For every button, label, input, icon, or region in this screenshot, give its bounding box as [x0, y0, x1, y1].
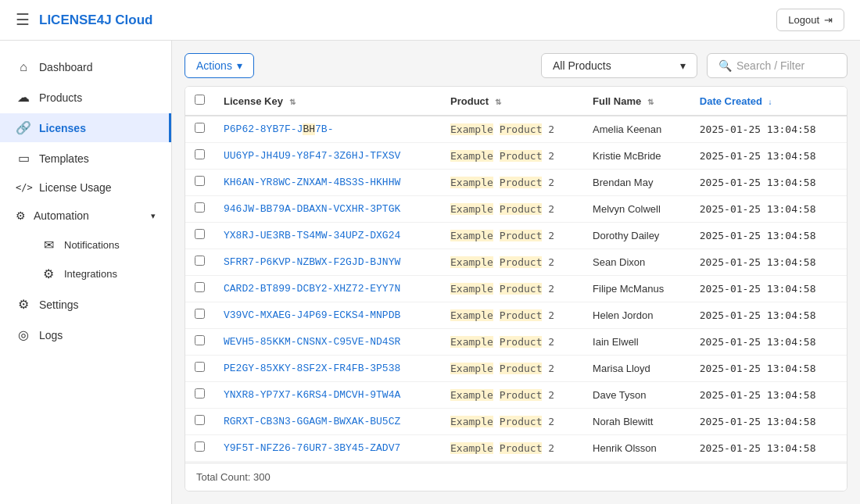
row-checkbox[interactable] — [195, 415, 205, 425]
cell-license-key[interactable]: 946JW-BB79A-DBAXN-VCXHR-3PTGK — [214, 196, 441, 223]
sidebar-item-settings[interactable]: ⚙ Settings — [0, 290, 171, 319]
sidebar-item-notifications[interactable]: ✉ Notifications — [28, 231, 171, 259]
cell-product: Example Product 2 — [441, 249, 583, 276]
cell-full-name: Amelia Keenan — [583, 116, 690, 143]
cell-license-key[interactable]: PE2GY-85XKY-8SF2X-FR4FB-3P538 — [214, 356, 441, 382]
cell-license-key[interactable]: P6P62-8YB7F-JBH7B- — [214, 116, 441, 143]
table-footer: Total Count: 300 — [185, 463, 847, 491]
row-checkbox[interactable] — [195, 441, 205, 452]
cell-license-key[interactable]: Y9F5T-NFZ26-76UR7-3BY45-ZADV7 — [214, 435, 441, 462]
sidebar-item-licenses[interactable]: 🔗 Licenses — [0, 113, 171, 142]
cell-license-key[interactable]: YX8RJ-UE3RB-TS4MW-34UPZ-DXG24 — [214, 223, 441, 249]
cell-full-name: Dorothy Dailey — [583, 223, 690, 249]
date-created-sort-icon: ↓ — [769, 98, 772, 106]
row-checkbox[interactable] — [195, 335, 205, 345]
toolbar: Actions ▾ All Products ▾ 🔍 Search / Filt… — [185, 53, 847, 78]
col-header-license-key[interactable]: License Key ⇅ — [214, 87, 441, 116]
col-header-full-name[interactable]: Full Name ⇅ — [583, 87, 690, 116]
cell-date-created: 2025-01-25 13:04:58 — [690, 409, 847, 435]
sidebar-label-logs: Logs — [39, 329, 63, 341]
cell-date-created: 2025-01-25 13:04:58 — [690, 223, 847, 249]
actions-button[interactable]: Actions ▾ — [185, 53, 254, 78]
cell-product: Example Product 2 — [441, 170, 583, 196]
sidebar-item-dashboard[interactable]: ⌂ Dashboard — [0, 53, 171, 81]
table-row: V39VC-MXAEG-J4P69-ECKS4-MNPDBExample Pro… — [185, 302, 847, 329]
cell-license-key[interactable]: WEVH5-85KKM-CNSNX-C95VE-ND4SR — [214, 329, 441, 356]
table-header-row: License Key ⇅ Product ⇅ Full Name ⇅ Date… — [185, 87, 847, 116]
row-checkbox[interactable] — [195, 149, 205, 159]
sidebar-label-automation: Automation — [34, 209, 89, 222]
cell-license-key[interactable]: UU6YP-JH4U9-Y8F47-3Z6HJ-TFXSV — [214, 143, 441, 170]
table-row: RGRXT-CB3N3-GGAGM-BWXAK-BU5CZExample Pro… — [185, 409, 847, 435]
table-row: CARD2-BT899-DCBY2-XHZ72-EYY7NExample Pro… — [185, 276, 847, 302]
cell-full-name: Filipe McManus — [583, 276, 690, 302]
sidebar-item-automation[interactable]: ⚙ Automation ▾ — [0, 202, 171, 229]
search-box[interactable]: 🔍 Search / Filter — [707, 53, 847, 78]
row-checkbox[interactable] — [195, 282, 205, 292]
row-checkbox[interactable] — [195, 256, 205, 266]
cell-license-key[interactable]: KH6AN-YR8WC-ZNXAM-4BS3S-HKHHW — [214, 170, 441, 196]
cell-full-name: Melvyn Colwell — [583, 196, 690, 223]
col-header-product[interactable]: Product ⇅ — [441, 87, 583, 116]
table-row: Y9F5T-NFZ26-76UR7-3BY45-ZADV7Example Pro… — [185, 435, 847, 462]
product-sort-icon: ⇅ — [495, 98, 501, 106]
products-icon: ☁ — [16, 90, 31, 105]
sidebar-item-integrations[interactable]: ⚙ Integrations — [28, 259, 171, 288]
cell-license-key[interactable]: RGRXT-CB3N3-GGAGM-BWXAK-BU5CZ — [214, 409, 441, 435]
sidebar-label-settings: Settings — [39, 298, 79, 311]
sidebar-item-logs[interactable]: ◎ Logs — [0, 320, 171, 349]
table-row: WEVH5-85KKM-CNSNX-C95VE-ND4SRExample Pro… — [185, 329, 847, 356]
table-row: YX8RJ-UE3RB-TS4MW-34UPZ-DXG24Example Pro… — [185, 223, 847, 249]
cell-date-created: 2025-01-25 13:04:58 — [690, 329, 847, 356]
search-icon: 🔍 — [718, 59, 732, 72]
actions-label: Actions — [196, 59, 232, 72]
cell-product: Example Product 2 — [441, 435, 583, 462]
row-checkbox[interactable] — [195, 123, 205, 133]
table-row: UU6YP-JH4U9-Y8F47-3Z6HJ-TFXSVExample Pro… — [185, 143, 847, 170]
sidebar-item-products[interactable]: ☁ Products — [0, 83, 171, 112]
table-row: 946JW-BB79A-DBAXN-VCXHR-3PTGKExample Pro… — [185, 196, 847, 223]
cell-product: Example Product 2 — [441, 302, 583, 329]
sidebar-item-templates[interactable]: ▭ Templates — [0, 144, 171, 173]
product-filter-chevron-icon: ▾ — [680, 59, 686, 72]
sidebar-label-templates: Templates — [39, 152, 89, 165]
select-all-header[interactable] — [185, 87, 214, 116]
license-key-sort-icon: ⇅ — [289, 98, 296, 106]
col-header-date-created[interactable]: Date Created ↓ — [690, 87, 847, 116]
row-checkbox[interactable] — [195, 309, 205, 319]
cell-date-created: 2025-01-25 13:04:58 — [690, 302, 847, 329]
automation-icon: ⚙ — [16, 209, 26, 222]
cell-full-name: Sean Dixon — [583, 249, 690, 276]
logout-icon: ⇥ — [824, 14, 833, 26]
row-checkbox[interactable] — [195, 388, 205, 399]
cell-date-created: 2025-01-25 13:04:58 — [690, 276, 847, 302]
licenses-table: License Key ⇅ Product ⇅ Full Name ⇅ Date… — [185, 87, 847, 463]
sidebar-label-products: Products — [39, 91, 82, 104]
cell-license-key[interactable]: YNXR8-YP7X7-K6RS4-DMCVH-9TW4A — [214, 382, 441, 409]
cell-product: Example Product 2 — [441, 116, 583, 143]
product-filter-select[interactable]: All Products ▾ — [541, 53, 697, 78]
settings-icon: ⚙ — [16, 297, 31, 312]
cell-full-name: Iain Elwell — [583, 329, 690, 356]
hamburger-icon[interactable]: ☰ — [16, 10, 30, 30]
select-all-checkbox[interactable] — [195, 95, 205, 105]
cell-full-name: Henrik Olsson — [583, 435, 690, 462]
logs-icon: ◎ — [16, 327, 31, 342]
table-row: KH6AN-YR8WC-ZNXAM-4BS3S-HKHHWExample Pro… — [185, 170, 847, 196]
logout-button[interactable]: Logout ⇥ — [776, 9, 844, 31]
sidebar-label-integrations: Integrations — [64, 268, 117, 280]
sidebar: ⌂ Dashboard ☁ Products 🔗 Licenses ▭ Temp… — [0, 41, 172, 504]
product-filter-value: All Products — [553, 59, 611, 72]
row-checkbox[interactable] — [195, 362, 205, 372]
table-scroll-area[interactable]: License Key ⇅ Product ⇅ Full Name ⇅ Date… — [185, 87, 847, 463]
sidebar-item-license-usage[interactable]: </> License Usage — [0, 174, 171, 201]
cell-product: Example Product 2 — [441, 382, 583, 409]
cell-product: Example Product 2 — [441, 276, 583, 302]
cell-license-key[interactable]: V39VC-MXAEG-J4P69-ECKS4-MNPDB — [214, 302, 441, 329]
row-checkbox[interactable] — [195, 202, 205, 213]
row-checkbox[interactable] — [195, 176, 205, 186]
cell-date-created: 2025-01-25 13:04:58 — [690, 249, 847, 276]
cell-license-key[interactable]: CARD2-BT899-DCBY2-XHZ72-EYY7N — [214, 276, 441, 302]
cell-license-key[interactable]: SFRR7-P6KVP-NZBWX-F2GJD-BJNYW — [214, 249, 441, 276]
row-checkbox[interactable] — [195, 229, 205, 239]
